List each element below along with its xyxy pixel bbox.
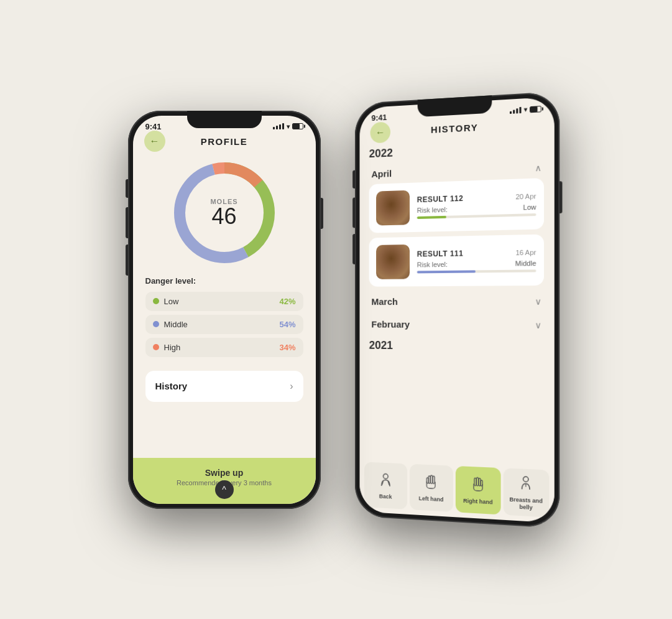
back-arrow-icon: ←: [150, 136, 160, 147]
tab-breasts-belly-label: Breasts and belly: [505, 496, 546, 512]
history-nav-row[interactable]: History ›: [145, 371, 303, 402]
result-top-112: RESULT 112 20 Apr: [417, 192, 536, 204]
donut-chart: MOLES 46: [168, 157, 280, 269]
battery-icon-right: [530, 105, 541, 112]
history-screen: 9:41 ▾ ←: [359, 96, 554, 523]
history-content: 2022 April ∧ RESULT 112: [359, 134, 554, 502]
svg-rect-12: [474, 478, 476, 485]
april-chevron-icon: ∧: [535, 162, 541, 173]
month-section-april: April ∧ RESULT 112 20 Apr: [369, 157, 543, 287]
result-date-112: 20 Apr: [515, 192, 536, 200]
low-pct: 42%: [279, 297, 295, 306]
back-arrow-right-icon: ←: [375, 126, 385, 137]
risk-value-111: Middle: [515, 259, 536, 267]
result-top-111: RESULT 111 16 Apr: [417, 248, 536, 258]
result-thumb-112: [376, 190, 410, 225]
middle-dot: [153, 321, 159, 327]
back-button-left[interactable]: ←: [144, 131, 165, 152]
history-nav-label: History: [155, 381, 188, 391]
profile-header: ← PROFILE: [133, 134, 316, 152]
result-name-111: RESULT 111: [417, 249, 463, 258]
risk-bar-track-111: [417, 269, 536, 273]
low-dot: [153, 298, 159, 304]
tab-back-label: Back: [379, 493, 392, 500]
status-icons-left: ▾: [273, 123, 303, 130]
tab-right-hand[interactable]: Right hand: [455, 466, 500, 514]
result-thumb-111: [376, 244, 410, 279]
march-label: March: [371, 296, 397, 307]
high-dot: [153, 344, 159, 350]
risk-row-111: Risk level: Middle: [417, 259, 536, 268]
tab-right-hand-label: Right hand: [463, 497, 492, 505]
mole-image-112: [376, 190, 410, 225]
notch-left: [187, 111, 262, 128]
svg-point-14: [523, 477, 528, 482]
time-right: 9:41: [371, 113, 387, 123]
scene: 9:41 ▾ ←: [128, 98, 545, 521]
time-left: 9:41: [145, 122, 162, 131]
risk-label-112: Risk level:: [417, 205, 447, 213]
month-section-february: February ∨: [369, 314, 543, 335]
swipe-up-button[interactable]: Swipe up Recommended every 3 months ^: [133, 458, 316, 504]
right-hand-icon: [469, 475, 486, 497]
result-date-111: 16 Apr: [515, 248, 536, 256]
result-card-111[interactable]: RESULT 111 16 Apr Risk level: Middle: [369, 234, 543, 286]
svg-rect-13: [480, 480, 482, 485]
left-phone: 9:41 ▾ ←: [128, 111, 321, 509]
profile-title: PROFILE: [201, 136, 248, 147]
result-info-111: RESULT 111 16 Apr Risk level: Middle: [417, 248, 536, 273]
risk-bar-fill-111: [417, 270, 475, 273]
tab-back[interactable]: Back: [364, 462, 407, 509]
notch-right: [417, 95, 492, 117]
svg-rect-7: [430, 475, 432, 483]
risk-value-112: Low: [523, 203, 536, 211]
wifi-icon-right: ▾: [523, 106, 527, 113]
risk-row-112: Risk level: Low: [417, 203, 536, 214]
risk-bar-track-112: [417, 213, 536, 218]
year-2021: 2021: [369, 339, 543, 354]
danger-row-high: High 34%: [145, 338, 303, 357]
breasts-belly-icon: [517, 473, 535, 496]
month-header-february[interactable]: February ∨: [369, 314, 543, 335]
result-name-112: RESULT 112: [417, 193, 463, 203]
middle-name: Middle: [164, 320, 280, 329]
tab-left-hand[interactable]: Left hand: [409, 464, 453, 512]
result-card-112[interactable]: RESULT 112 20 Apr Risk level: Low: [369, 178, 543, 233]
svg-point-5: [383, 473, 388, 478]
wifi-icon: ▾: [287, 123, 290, 130]
history-title: HISTORY: [431, 121, 478, 134]
risk-label-111: Risk level:: [417, 260, 447, 268]
month-section-march: March ∨: [369, 291, 543, 312]
low-name: Low: [164, 297, 280, 306]
battery-icon: [292, 123, 303, 129]
mole-image-111: [376, 244, 410, 279]
danger-section: Danger level: Low 42% Middle 54% High: [133, 271, 316, 366]
svg-rect-8: [433, 476, 435, 483]
middle-pct: 54%: [279, 320, 295, 329]
right-phone: 9:41 ▾ ←: [354, 91, 559, 528]
chart-area: MOLES 46: [133, 152, 316, 271]
signal-icon-right: [509, 106, 521, 113]
back-body-icon: [377, 470, 394, 492]
february-label: February: [371, 319, 410, 329]
left-hand-icon: [422, 473, 440, 495]
moles-number: 46: [210, 205, 237, 228]
danger-row-low: Low 42%: [145, 292, 303, 311]
donut-center: MOLES 46: [210, 198, 237, 228]
swipe-arrow-icon[interactable]: ^: [215, 480, 234, 499]
tab-breasts-belly[interactable]: Breasts and belly: [503, 468, 549, 517]
signal-icon: [273, 123, 284, 129]
march-chevron-icon: ∨: [535, 296, 541, 305]
swipe-main-text: Swipe up: [145, 468, 303, 478]
month-header-march[interactable]: March ∨: [369, 291, 543, 312]
bottom-tabs: Back Left hand: [359, 458, 554, 523]
result-info-112: RESULT 112 20 Apr Risk level: Low: [417, 192, 536, 219]
year-2022: 2022: [369, 139, 543, 161]
high-name: High: [164, 343, 280, 352]
profile-screen: 9:41 ▾ ←: [133, 116, 316, 504]
danger-row-middle: Middle 54% High: [145, 315, 303, 334]
history-chevron-icon: ›: [290, 381, 293, 392]
april-label: April: [371, 168, 392, 179]
tab-left-hand-label: Left hand: [418, 495, 443, 503]
danger-title: Danger level:: [145, 276, 303, 286]
